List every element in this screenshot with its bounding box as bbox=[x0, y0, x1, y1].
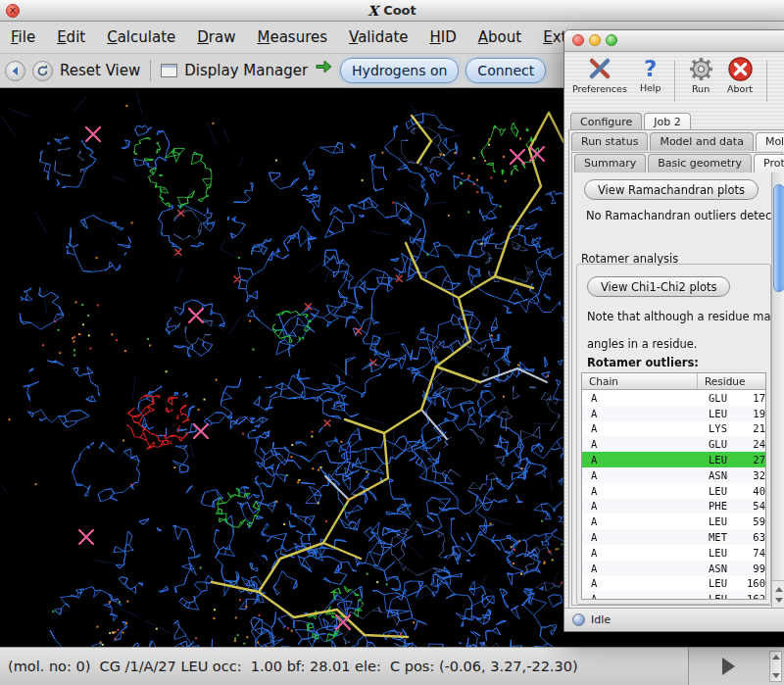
rotamer-row-ASN-32[interactable]: AASN32 bbox=[582, 467, 765, 483]
dialog-titlebar bbox=[564, 30, 784, 52]
gear-icon bbox=[688, 56, 714, 82]
screen: × X Coot FileEditCalculateDrawMeasuresVa… bbox=[0, 0, 784, 685]
rotamer-note-line2: angles in a residue. bbox=[587, 337, 697, 351]
tab-category-basic-geometry[interactable]: Basic geometry bbox=[648, 154, 752, 172]
tab-section-molprobity[interactable]: MolProbity bbox=[756, 132, 784, 151]
scroll-up-icon bbox=[772, 655, 780, 660]
rotamer-row-MET-63[interactable]: AMET63 bbox=[582, 529, 765, 545]
notebook: Run statusModel and dataMolProbity Summa… bbox=[568, 129, 784, 609]
abort-x-icon bbox=[727, 56, 754, 82]
reset-view-button[interactable]: Reset View bbox=[60, 62, 140, 79]
rotamer-table-body: AGLU17ALEU19ALYS21AGLU24ALEU27AASN32ALEU… bbox=[582, 390, 765, 600]
back-view-icon[interactable] bbox=[5, 61, 25, 81]
rotamer-row-ASN-99[interactable]: AASN99 bbox=[582, 561, 765, 576]
status-orb-icon bbox=[572, 613, 585, 626]
window-title: X Coot bbox=[0, 0, 784, 21]
molprobity-dialog: Preferences ? Help Run bbox=[564, 29, 784, 632]
rotamer-table: Chain Residue AGLU17ALEU19ALYS21AGLU24AL… bbox=[581, 372, 766, 600]
toolbar-separator bbox=[150, 60, 151, 81]
atom-status-text: (mol. no: 0) CG /1/A/27 LEU occ: 1.00 bf… bbox=[8, 648, 578, 685]
rotamer-row-LYS-21[interactable]: ALYS21 bbox=[582, 421, 765, 437]
main-status-bar: (mol. no: 0) CG /1/A/27 LEU occ: 1.00 bf… bbox=[0, 647, 784, 685]
rotamer-note-line1: Note that although a residue may lie bbox=[587, 310, 783, 323]
display-manager-button[interactable]: Display Manager bbox=[184, 62, 308, 79]
dialog-scrollbar[interactable] bbox=[771, 172, 784, 609]
category-tabs: SummaryBasic geometryProteinC bbox=[574, 154, 784, 172]
residue-column-header[interactable]: Residue bbox=[698, 375, 765, 387]
rotamer-row-LEU-162[interactable]: ALEU162 bbox=[582, 591, 765, 600]
hydrogens-toggle-button[interactable]: Hydrogens on bbox=[340, 58, 459, 83]
dialog-close-button[interactable] bbox=[572, 34, 584, 46]
view-ramachandran-plots-button[interactable]: View Ramachandran plots bbox=[584, 179, 759, 200]
rotamer-outliers-label: Rotamer outliers: bbox=[587, 356, 699, 369]
rotamer-row-LEU-40[interactable]: ALEU40 bbox=[582, 483, 765, 499]
scrollbar-thumb[interactable] bbox=[773, 184, 784, 292]
dialog-zoom-button[interactable] bbox=[606, 34, 617, 46]
view-chi1-chi2-plots-button[interactable]: View Chi1-Chi2 plots bbox=[587, 276, 730, 297]
dialog-toolbar-separator bbox=[674, 61, 675, 102]
rotamer-row-LEU-74[interactable]: ALEU74 bbox=[582, 545, 765, 561]
dialog-status-text: Idle bbox=[591, 613, 611, 626]
menu-about[interactable]: About bbox=[467, 22, 532, 54]
window-title-text: Coot bbox=[383, 3, 416, 18]
scrollbar-arrows[interactable] bbox=[772, 580, 784, 609]
rotamer-frame: View Chi1-Chi2 plots Note that although … bbox=[576, 264, 771, 605]
preferences-button[interactable]: Preferences bbox=[572, 56, 627, 94]
protein-tab-content: View Ramachandran plots No Ramachandran … bbox=[572, 173, 783, 605]
dialog-toolbar-separator-2 bbox=[766, 61, 767, 102]
scrollbar-down-icon bbox=[775, 598, 783, 603]
menu-calculate[interactable]: Calculate bbox=[96, 22, 186, 54]
play-icon[interactable] bbox=[722, 658, 735, 675]
dialog-toolbar: Preferences ? Help Run bbox=[564, 53, 784, 112]
tab-category-summary[interactable]: Summary bbox=[574, 154, 646, 172]
tools-icon bbox=[586, 56, 612, 82]
status-corner-panel bbox=[688, 648, 784, 685]
abort-button[interactable]: Abort bbox=[727, 56, 754, 94]
tab-section-model-and-data[interactable]: Model and data bbox=[650, 132, 754, 151]
menu-file[interactable]: File bbox=[0, 22, 46, 54]
help-button[interactable]: ? Help bbox=[640, 56, 662, 93]
rotamer-row-LEU-59[interactable]: ALEU59 bbox=[582, 514, 765, 529]
menu-hid[interactable]: HID bbox=[419, 22, 467, 54]
x11-icon: X bbox=[368, 3, 378, 19]
dialog-status-bar: Idle bbox=[564, 608, 784, 631]
rotamer-row-LEU-19[interactable]: ALEU19 bbox=[582, 406, 765, 421]
coot-titlebar: × X Coot bbox=[0, 0, 784, 22]
rotamer-row-LEU-27[interactable]: ALEU27 bbox=[582, 452, 765, 467]
run-button[interactable]: Run bbox=[688, 56, 714, 94]
refresh-view-icon[interactable] bbox=[32, 61, 53, 81]
chain-column-header[interactable]: Chain bbox=[582, 373, 698, 389]
rotamer-row-LEU-160[interactable]: ALEU160 bbox=[582, 576, 765, 592]
display-manager-icon bbox=[161, 64, 177, 77]
rotamer-row-GLU-24[interactable]: AGLU24 bbox=[582, 436, 765, 452]
menu-edit[interactable]: Edit bbox=[46, 22, 96, 54]
tab-section-run-status[interactable]: Run status bbox=[571, 132, 648, 151]
menu-draw[interactable]: Draw bbox=[186, 22, 246, 54]
rotamer-table-header: Chain Residue bbox=[582, 373, 765, 390]
rotamer-row-PHE-54[interactable]: APHE54 bbox=[582, 499, 765, 514]
scroll-down-icon bbox=[772, 673, 780, 678]
section-tabs: Run statusModel and dataMolProbity bbox=[571, 132, 784, 151]
question-mark-icon: ? bbox=[644, 56, 657, 81]
dialog-minimize-button[interactable] bbox=[589, 34, 601, 46]
corner-scrollbar[interactable] bbox=[769, 651, 782, 682]
tab-category-protein[interactable]: Protein bbox=[754, 154, 784, 172]
menu-validate[interactable]: Validate bbox=[338, 22, 418, 54]
rotamer-row-GLU-17[interactable]: AGLU17 bbox=[582, 390, 765, 406]
connect-toggle-button[interactable]: Connect bbox=[466, 58, 546, 83]
ramachandran-message: No Ramachandran outliers detected bbox=[586, 209, 783, 222]
menu-measures[interactable]: Measures bbox=[246, 22, 338, 54]
green-arrow-icon[interactable] bbox=[315, 61, 333, 80]
scrollbar-up-icon bbox=[775, 587, 783, 592]
